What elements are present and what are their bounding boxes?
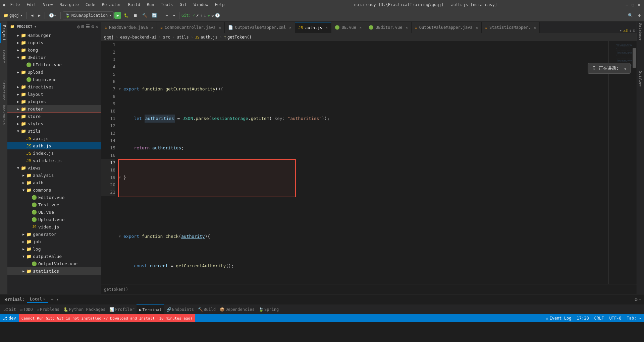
tree-item-kong[interactable]: ▶ 📁 kong	[7, 46, 101, 54]
tree-item-styles[interactable]: ▶ 📁 styles	[7, 120, 101, 127]
bottom-tab-git[interactable]: ⎇ Git	[1, 304, 18, 315]
menu-item[interactable]: Tools	[159, 2, 175, 8]
tree-item-log[interactable]: ▶ 📁 log	[7, 245, 101, 253]
maximize-button[interactable]: □	[631, 2, 635, 7]
close-button[interactable]: ✕	[637, 2, 641, 7]
bottom-tab-terminal[interactable]: ▶ Terminal	[137, 304, 164, 315]
tab-close-button[interactable]: ✕	[360, 26, 362, 29]
tab-close-button[interactable]: ✕	[151, 26, 153, 29]
tree-item-editor-vue[interactable]: 🟢 Editor.vue	[7, 194, 101, 201]
tree-item-login-vue[interactable]: 🟢 Login.vue	[7, 76, 101, 83]
terminal-minimize-button[interactable]: —	[639, 297, 641, 302]
breadcrumb-item-easybackend[interactable]: easy-backend-ui	[120, 35, 156, 40]
tree-item-hamburger[interactable]: ▶ 📁 Hamburger	[7, 31, 101, 39]
tab-close-button[interactable]: ✕	[534, 26, 536, 29]
menu-item[interactable]: View	[41, 2, 55, 8]
tree-locate-button[interactable]: ◎	[77, 24, 80, 29]
tree-settings-button[interactable]: ⚙	[91, 24, 94, 29]
menu-item[interactable]: Build	[126, 2, 142, 8]
tree-collapse-button[interactable]: ⊟	[82, 24, 84, 29]
tree-item-commons[interactable]: ▼ 📁 commons	[7, 186, 101, 194]
run-config-dropdown[interactable]: 🍃 NiuaApplication ▾	[63, 11, 114, 19]
tab-outputvaluemapper-xml[interactable]: 📄 OutputvalueMapper.xml ✕	[225, 22, 295, 33]
tree-item-router[interactable]: ▶ 📁 router	[7, 105, 101, 113]
tree-item-validate-js[interactable]: JS validate.js	[7, 157, 101, 164]
tab-more-button[interactable]: ▾	[620, 28, 622, 33]
status-time[interactable]: 17:28	[574, 314, 591, 322]
terminal-dropdown-button[interactable]: ▾	[56, 297, 59, 302]
tab-ue-vue[interactable]: 🟢 UE.vue ✕	[331, 22, 365, 33]
status-charset[interactable]: UTF-8	[607, 314, 624, 322]
fold-indicator[interactable]: ▼	[119, 233, 121, 240]
tree-item-auth-folder[interactable]: ▶ 📁 auth	[7, 179, 101, 186]
terminal-local-tab[interactable]: Local ✕	[27, 296, 48, 303]
code-content[interactable]: ▼ export function getCurrentAuthority(){…	[118, 41, 608, 284]
activity-project[interactable]: Project	[0, 23, 7, 43]
menu-item[interactable]: Run	[145, 2, 156, 8]
bottom-tab-todo[interactable]: ☑ TODO	[18, 304, 35, 315]
bottom-tab-dependencies[interactable]: 📦 Dependencies	[218, 304, 257, 315]
menu-item[interactable]: Navigate	[57, 2, 81, 8]
tree-item-layout[interactable]: ▶ 📁 layout	[7, 90, 101, 98]
stop-button[interactable]: ⏹	[131, 11, 140, 20]
tree-item-ueditor[interactable]: ▼ 📁 UEditor	[7, 54, 101, 61]
fold-indicator[interactable]: ▼	[119, 174, 121, 181]
activity-commit[interactable]: Commit	[0, 48, 7, 65]
tree-item-outputvalue[interactable]: ▼ 📁 outputValue	[7, 253, 101, 260]
back-button[interactable]: ◀	[29, 11, 35, 20]
breadcrumb-item-utils[interactable]: utils	[177, 35, 189, 40]
tree-item-directives[interactable]: ▶ 📁 directives	[7, 83, 101, 90]
activity-structure[interactable]: Structure	[0, 81, 7, 99]
file-tree-content[interactable]: ▶ 📁 Hamburger ▶ 📁 inputs ▶ 📁 kong ▼ 📁 U	[7, 31, 101, 294]
tree-item-upload[interactable]: ▶ 📁 upload	[7, 68, 101, 76]
menu-item[interactable]: Help	[213, 2, 227, 8]
breadcrumb-item-authjs[interactable]: JSauth.js	[195, 35, 218, 40]
status-indent[interactable]: Tab: ~	[624, 314, 644, 322]
tree-options-button[interactable]: ☰	[86, 24, 90, 29]
recent-files-button[interactable]: 🕐▾	[47, 11, 58, 20]
bottom-tab-endpoints[interactable]: 🔗 Endpoints	[164, 304, 196, 315]
tree-close-button[interactable]: ✕	[96, 24, 98, 29]
tree-item-generator[interactable]: ▶ 📁 generator	[7, 230, 101, 238]
tree-item-ue-vue[interactable]: 🟢 UE.vue	[7, 208, 101, 216]
tree-item-outputvalue-vue[interactable]: 🟢 OutputValue.vue	[7, 260, 101, 267]
tree-item-inputs[interactable]: ▶ 📁 inputs	[7, 39, 101, 46]
tree-item-views[interactable]: ▼ 📁 views	[7, 164, 101, 172]
tree-item-api-js[interactable]: JS api.js	[7, 135, 101, 142]
menu-item[interactable]: Code	[84, 2, 97, 8]
tree-item-plugins[interactable]: ▶ 📁 plugins	[7, 98, 101, 105]
tree-item-utils[interactable]: ▼ 📁 utils	[7, 127, 101, 135]
tree-item-statistics[interactable]: ▶ 📁 statistics	[7, 267, 101, 275]
breadcrumb-item-gettoken[interactable]: ƒgetToken()	[224, 35, 252, 40]
tab-statisticsmapper[interactable]: ☕ StatisticsMapper. ✕	[482, 22, 540, 33]
tree-item-video-js[interactable]: JS video.js	[7, 223, 101, 230]
scrollbar-thumb[interactable]	[633, 48, 636, 68]
tree-item-auth-js[interactable]: JS auth.js	[7, 142, 101, 149]
tab-close-button[interactable]: ✕	[219, 26, 221, 29]
breadcrumb-item-gqqj[interactable]: gqqj	[104, 35, 114, 40]
terminal-settings-button[interactable]: ⚙	[635, 297, 637, 302]
tab-close-button[interactable]: ✕	[289, 26, 291, 29]
tree-item-store[interactable]: ▶ 📁 store	[7, 113, 101, 120]
tooltip-close[interactable]: ◀	[624, 66, 626, 71]
tree-item-analysis[interactable]: ▶ 📁 analysis	[7, 172, 101, 179]
tree-item-ueditor-vue[interactable]: 🟢 UEditor.vue	[7, 61, 101, 68]
bottom-tab-python[interactable]: 🐍 Python Packages	[61, 304, 107, 315]
search-button[interactable]: 🔍	[626, 11, 635, 20]
redo-button[interactable]: ↪	[171, 11, 177, 20]
minimize-button[interactable]: —	[625, 2, 629, 7]
tree-item-job[interactable]: ▶ 📁 job	[7, 238, 101, 245]
terminal-tab-close[interactable]: ✕	[43, 297, 45, 301]
project-selector[interactable]: 📁 gqqj ▾	[1, 11, 24, 20]
status-git-branch[interactable]: ⎇ dev	[0, 314, 19, 322]
bottom-tab-spring[interactable]: 🍃 Spring	[257, 304, 281, 315]
build-button[interactable]: 🔨	[140, 11, 149, 20]
menu-item[interactable]: Refactor	[100, 2, 123, 8]
status-line-ending[interactable]: CRLF	[592, 314, 607, 322]
tab-close-button[interactable]: ✕	[476, 26, 478, 29]
tree-item-test-vue[interactable]: 🟢 Test.vue	[7, 201, 101, 208]
tree-item-upload-vue[interactable]: 🟢 Upload.vue	[7, 216, 101, 223]
settings-button[interactable]: ⚙	[633, 28, 635, 33]
forward-button[interactable]: ▶	[36, 11, 42, 20]
tab-auth-js[interactable]: JS auth.js ✕	[295, 22, 331, 33]
